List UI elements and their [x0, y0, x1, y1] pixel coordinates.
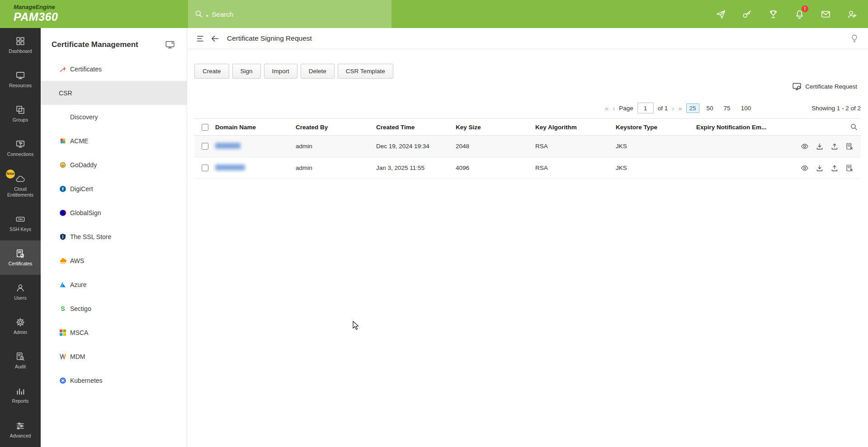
- csr-toolbar: Create Sign Import Delete CSR Template: [194, 64, 393, 79]
- submenu-item-sectigo[interactable]: Sectigo: [41, 296, 187, 320]
- table-row[interactable]: admin Dec 19, 2024 19:34 2048 RSA JKS: [194, 136, 861, 157]
- row-checkbox[interactable]: [202, 143, 208, 150]
- export-csr-icon[interactable]: [830, 142, 839, 151]
- submenu-item-csr[interactable]: CSR: [41, 81, 187, 105]
- first-page-icon[interactable]: «: [605, 105, 609, 112]
- csr-template-button[interactable]: CSR Template: [338, 64, 393, 79]
- view-csr-icon[interactable]: [801, 142, 809, 151]
- back-icon[interactable]: [210, 34, 220, 43]
- blank-icon: [59, 113, 66, 121]
- lightbulb-icon[interactable]: [850, 34, 859, 43]
- pam360-app: ManageEngine PAM360 ▾ ! Dashboard: [0, 0, 868, 447]
- brand-logo[interactable]: ManageEngine PAM360: [14, 4, 58, 23]
- download-csr-icon[interactable]: [816, 164, 824, 172]
- connections-icon: [15, 139, 25, 149]
- notification-badge: !: [802, 5, 808, 12]
- sidebar-item-advanced[interactable]: Advanced: [0, 413, 41, 447]
- col-created-time[interactable]: Created Time: [376, 124, 456, 131]
- sidebar-item-cloud-entitlements[interactable]: New Cloud Entitlements: [0, 166, 41, 206]
- submenu-item-azure[interactable]: Azure: [41, 273, 187, 296]
- key-size-cell: 4096: [456, 165, 535, 171]
- col-key-size[interactable]: Key Size: [456, 124, 535, 131]
- user-add-icon[interactable]: [847, 9, 857, 19]
- last-page-icon[interactable]: »: [678, 105, 682, 112]
- col-created-by[interactable]: Created By: [296, 124, 376, 131]
- new-badge: New: [5, 169, 16, 179]
- submenu-item-msca[interactable]: MSCA: [41, 320, 187, 344]
- page-number-input[interactable]: [637, 103, 654, 113]
- create-button[interactable]: Create: [194, 64, 229, 79]
- access-key-icon[interactable]: [742, 9, 752, 19]
- certificate-request-icon: [792, 82, 802, 91]
- prev-page-icon[interactable]: ‹: [613, 105, 615, 112]
- sidebar-item-reports[interactable]: Reports: [0, 378, 41, 412]
- view-csr-icon[interactable]: [801, 164, 809, 172]
- select-all-checkbox[interactable]: [202, 124, 208, 131]
- certificates-icon: [15, 249, 25, 259]
- delete-csr-icon[interactable]: [845, 164, 854, 172]
- sidebar-item-certificates[interactable]: Certificates: [0, 240, 41, 275]
- keystore-type-cell: JKS: [616, 165, 696, 171]
- reports-icon: [15, 386, 25, 396]
- groups-icon: [15, 105, 25, 115]
- godaddy-icon: [59, 161, 66, 169]
- page-size-50[interactable]: 50: [703, 104, 717, 113]
- submenu-item-godaddy[interactable]: GoDaddy: [41, 153, 187, 177]
- row-checkbox[interactable]: [202, 165, 208, 171]
- submenu-item-ssl-store[interactable]: The SSL Store: [41, 225, 187, 249]
- table-header-row: Domain Name Created By Created Time Key …: [194, 118, 861, 136]
- delete-button[interactable]: Delete: [301, 64, 335, 79]
- submenu-item-digicert[interactable]: DigiCert: [41, 177, 187, 201]
- rewards-trophy-icon[interactable]: [768, 9, 778, 19]
- cloud-icon: [15, 174, 25, 184]
- whats-new-rocket-icon[interactable]: [716, 9, 726, 19]
- domain-name-redacted: [215, 165, 245, 170]
- table-search-icon[interactable]: [850, 123, 858, 131]
- display-settings-icon[interactable]: [165, 40, 175, 50]
- submenu-item-mdm[interactable]: MDM: [41, 344, 187, 368]
- search-scope-caret-icon[interactable]: ▾: [206, 14, 208, 18]
- submenu-item-certificates[interactable]: Certificates: [41, 57, 187, 81]
- sidebar-item-audit[interactable]: Audit: [0, 343, 41, 378]
- key-algorithm-cell: RSA: [535, 165, 616, 171]
- sidebar-item-resources[interactable]: Resources: [0, 62, 41, 97]
- search-input[interactable]: [211, 10, 385, 19]
- page-size-75[interactable]: 75: [721, 104, 734, 113]
- import-button[interactable]: Import: [264, 64, 297, 79]
- feedback-mail-icon[interactable]: [821, 9, 831, 19]
- sidebar-item-ssh-keys[interactable]: SSH Keys: [0, 206, 41, 240]
- sidebar-item-admin[interactable]: Admin: [0, 309, 41, 343]
- delete-csr-icon[interactable]: [845, 142, 854, 151]
- notifications-bell-icon[interactable]: !: [794, 9, 805, 19]
- sidebar-item-groups[interactable]: Groups: [0, 97, 41, 131]
- table-row[interactable]: admin Jan 3, 2025 11:55 4096 RSA JKS: [194, 157, 861, 179]
- page-size-100[interactable]: 100: [738, 104, 755, 113]
- keystore-type-cell: JKS: [616, 143, 696, 150]
- submenu-item-acme[interactable]: ACME: [41, 129, 187, 153]
- col-expiry-notification[interactable]: Expiry Notification Em...: [696, 124, 784, 131]
- sidebar-item-users[interactable]: Users: [0, 275, 41, 309]
- topbar: ManageEngine PAM360 ▾ !: [0, 0, 868, 28]
- next-page-icon[interactable]: ›: [672, 105, 674, 112]
- submenu-item-aws[interactable]: AWS: [41, 249, 187, 273]
- col-key-algorithm[interactable]: Key Algorithm: [535, 124, 616, 131]
- export-csr-icon[interactable]: [830, 164, 839, 172]
- col-domain-name[interactable]: Domain Name: [215, 124, 296, 131]
- col-keystore-type[interactable]: Keystore Type: [616, 124, 696, 131]
- sign-button[interactable]: Sign: [232, 64, 261, 79]
- certificate-request-link[interactable]: Certificate Request: [792, 82, 857, 91]
- sidebar-item-dashboard[interactable]: Dashboard: [0, 28, 41, 62]
- download-csr-icon[interactable]: [816, 142, 824, 151]
- submenu-item-globalsign[interactable]: GlobalSign: [41, 201, 187, 225]
- submenu-item-kubernetes[interactable]: Kubernetes: [41, 368, 187, 392]
- global-search[interactable]: ▾: [188, 0, 392, 28]
- page-title: Certificate Signing Request: [227, 34, 312, 42]
- users-icon: [15, 283, 25, 293]
- sidebar-item-connections[interactable]: Connections: [0, 131, 41, 165]
- brand-manageengine: ManageEngine: [14, 4, 58, 10]
- page-size-25[interactable]: 25: [686, 104, 699, 113]
- submenu-item-discovery[interactable]: Discovery: [41, 105, 187, 129]
- collapse-menu-icon[interactable]: [196, 34, 206, 43]
- domain-name-redacted: [215, 143, 241, 149]
- resources-icon: [15, 71, 25, 80]
